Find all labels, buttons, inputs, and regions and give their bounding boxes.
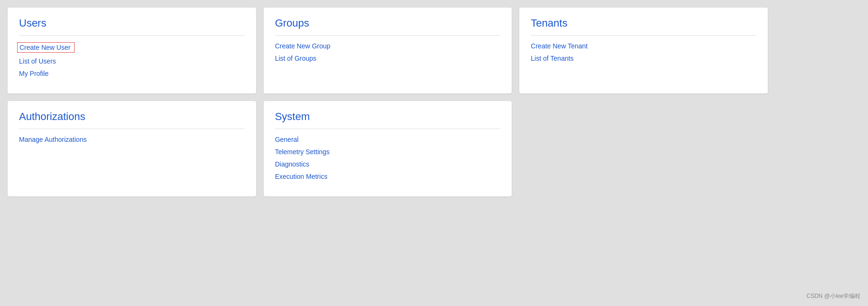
users-title: Users [19,17,245,29]
list-of-groups-link[interactable]: List of Groups [275,55,501,62]
system-divider [275,129,501,129]
groups-divider [275,35,501,36]
groups-title: Groups [275,17,501,29]
authorizations-divider [19,129,245,129]
manage-authorizations-link[interactable]: Manage Authorizations [19,136,245,143]
groups-card: Groups Create New Group List of Groups [264,8,512,93]
users-divider [19,35,245,36]
tenants-card: Tenants Create New Tenant List of Tenant… [519,8,768,93]
list-of-tenants-link[interactable]: List of Tenants [531,55,756,62]
create-new-group-link[interactable]: Create New Group [275,42,501,50]
create-new-user-link[interactable]: Create New User [17,42,75,53]
system-title: System [275,111,501,123]
empty-cell [519,101,768,196]
execution-metrics-link[interactable]: Execution Metrics [275,173,501,180]
main-grid: Users Create New User List of Users My P… [8,8,768,196]
authorizations-card: Authorizations Manage Authorizations [8,101,256,196]
my-profile-link[interactable]: My Profile [19,70,245,77]
diagnostics-link[interactable]: Diagnostics [275,160,501,168]
tenants-divider [531,35,756,36]
tenants-title: Tenants [531,17,756,29]
list-of-users-link[interactable]: List of Users [19,57,245,65]
authorizations-title: Authorizations [19,111,245,123]
watermark: CSDN @小lee学编程 [806,292,860,300]
general-link[interactable]: General [275,136,501,143]
create-new-tenant-link[interactable]: Create New Tenant [531,42,756,50]
users-card: Users Create New User List of Users My P… [8,8,256,93]
system-card: System General Telemetry Settings Diagno… [264,101,512,196]
telemetry-settings-link[interactable]: Telemetry Settings [275,148,501,156]
